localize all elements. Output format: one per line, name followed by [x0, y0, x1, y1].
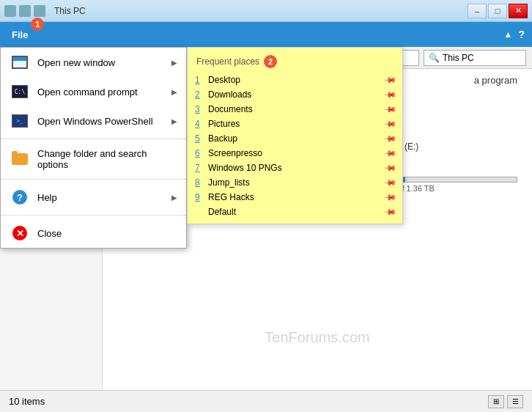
- status-bar: 10 items ⊞ ☰: [0, 390, 532, 412]
- fp-pin-1: 📌: [383, 73, 396, 87]
- close-button[interactable]: ✕: [509, 4, 528, 18]
- fp-pin-6: 📌: [383, 146, 396, 160]
- fp-num-9: 9: [195, 192, 204, 202]
- fp-num-3: 3: [195, 104, 204, 114]
- watermark: TenForums.com: [265, 329, 369, 346]
- view-buttons: ⊞ ☰: [488, 395, 523, 408]
- file-menu: Open new window ▶ C:\ Open command promp…: [0, 47, 187, 249]
- fp-pin-3: 📌: [383, 102, 396, 116]
- menu-open-new-window[interactable]: Open new window ▶: [1, 48, 186, 77]
- fp-name-documents: Documents: [208, 104, 380, 114]
- menu-close[interactable]: ✕ Close: [1, 218, 186, 248]
- help-icon: ?: [10, 188, 30, 206]
- change-folder-label: Change folder and search options: [37, 148, 177, 170]
- fp-item-default[interactable]: Default 📌: [188, 205, 402, 219]
- fp-num-8: 8: [195, 177, 204, 188]
- maximize-button[interactable]: □: [488, 4, 507, 18]
- fp-num-5: 5: [195, 133, 204, 144]
- fp-name-backup: Backup: [208, 133, 380, 144]
- open-cmd-label: Open command prompt: [37, 87, 164, 98]
- fp-name-screenpresso: Screenpresso: [208, 148, 380, 158]
- fp-num-4: 4: [195, 119, 204, 129]
- ps-arrow: ▶: [171, 117, 177, 125]
- title-bar: This PC – □ ✕: [0, 0, 532, 22]
- menu-open-cmd[interactable]: C:\ Open command prompt ▶: [1, 77, 186, 106]
- fp-num-7: 7: [195, 163, 204, 173]
- title-bar-icons: [4, 5, 45, 17]
- frequent-places: Frequent places 2 1 Desktop 📌 2 Download…: [187, 47, 403, 224]
- menu-open-powershell[interactable]: Open Windows PowerShell ▶: [1, 106, 186, 136]
- cmd-icon: C:\: [10, 83, 30, 100]
- fp-item-screenpresso[interactable]: 6 Screenpresso 📌: [188, 146, 402, 161]
- fp-name-win10pngs: Windows 10 PNGs: [208, 163, 380, 173]
- title-icon3: [34, 5, 45, 17]
- fp-pin-8: 📌: [383, 175, 396, 189]
- fp-badge: 2: [264, 55, 277, 68]
- bg-text: a program: [474, 75, 517, 86]
- fp-name-pictures: Pictures: [208, 119, 380, 129]
- title-buttons: – □ ✕: [468, 4, 528, 18]
- fp-pin-7: 📌: [383, 161, 396, 174]
- ribbon-help[interactable]: ?: [518, 29, 525, 40]
- menu-separator3: [1, 215, 186, 216]
- fp-name-default: Default: [208, 207, 380, 217]
- window-title: This PC: [54, 6, 468, 16]
- close-label: Close: [37, 228, 177, 239]
- open-ps-label: Open Windows PowerShell: [37, 116, 164, 127]
- fp-pin-2: 📌: [383, 87, 396, 101]
- fp-pin-default: 📌: [383, 205, 396, 218]
- cmd-arrow: ▶: [171, 88, 177, 96]
- fp-item-reghacks[interactable]: 9 REG Hacks 📌: [188, 190, 402, 205]
- file-tab[interactable]: File 1: [0, 22, 40, 47]
- fp-title: Frequent places: [196, 56, 259, 67]
- folder-settings-icon: [10, 150, 30, 168]
- fp-pin-4: 📌: [383, 117, 396, 130]
- fp-item-backup[interactable]: 5 Backup 📌: [188, 131, 402, 146]
- help-label: Help: [37, 192, 164, 203]
- fp-item-pictures[interactable]: 4 Pictures 📌: [188, 117, 402, 131]
- menu-separator1: [1, 139, 186, 139]
- open-window-icon: [10, 54, 30, 71]
- fp-name-reghacks: REG Hacks: [208, 192, 380, 202]
- minimize-button[interactable]: –: [468, 4, 487, 18]
- list-view-button[interactable]: ☰: [507, 395, 523, 408]
- window-icon: [4, 5, 16, 17]
- title-icon2: [19, 5, 31, 17]
- open-window-arrow: ▶: [171, 59, 177, 67]
- close-menu-icon: ✕: [10, 224, 30, 242]
- search-placeholder: This PC: [443, 53, 474, 63]
- fp-item-downloads[interactable]: 2 Downloads 📌: [188, 87, 402, 102]
- menu-help[interactable]: ? Help ▶: [1, 183, 186, 212]
- fp-name-downloads: Downloads: [208, 89, 380, 100]
- fp-name-jumplists: Jump_lists: [208, 177, 380, 188]
- search-box[interactable]: 🔍 This PC: [424, 50, 526, 66]
- ribbon-up-arrow[interactable]: ▲: [504, 29, 513, 40]
- fp-pin-9: 📌: [383, 190, 396, 204]
- powershell-icon: [10, 112, 30, 130]
- fp-header: Frequent places 2: [188, 52, 402, 73]
- file-tab-label: File: [12, 29, 28, 40]
- items-count: 10 items: [9, 396, 45, 407]
- fp-item-documents[interactable]: 3 Documents 📌: [188, 102, 402, 117]
- fp-pin-5: 📌: [383, 131, 396, 145]
- help-arrow: ▶: [171, 194, 177, 202]
- fp-item-jumplists[interactable]: 8 Jump_lists 📌: [188, 175, 402, 190]
- ribbon: File 1 ▲ ?: [0, 22, 532, 47]
- fp-num-1: 1: [195, 75, 204, 85]
- open-new-window-label: Open new window: [37, 57, 164, 68]
- menu-change-folder[interactable]: Change folder and search options: [1, 142, 186, 176]
- fp-item-win10pngs[interactable]: 7 Windows 10 PNGs 📌: [188, 161, 402, 175]
- fp-num-6: 6: [195, 148, 204, 158]
- menu-separator2: [1, 179, 186, 180]
- fp-name-desktop: Desktop: [208, 75, 380, 85]
- tile-view-button[interactable]: ⊞: [488, 395, 504, 408]
- fp-item-desktop[interactable]: 1 Desktop 📌: [188, 73, 402, 87]
- fp-num-2: 2: [195, 89, 204, 100]
- search-icon: 🔍: [429, 53, 440, 63]
